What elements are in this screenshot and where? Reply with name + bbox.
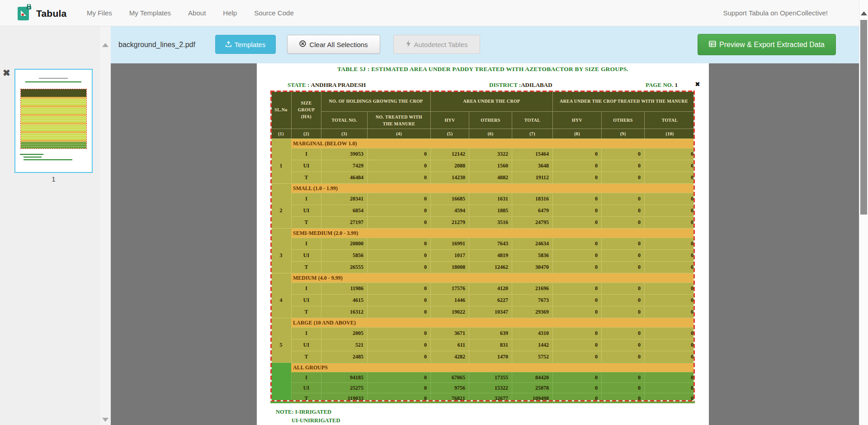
spreadsheet-icon xyxy=(709,41,716,49)
clear-selections-button[interactable]: Clear All Selections xyxy=(287,35,380,54)
page-thumbnail[interactable] xyxy=(14,69,93,173)
nav-help[interactable]: Help xyxy=(223,9,237,17)
pdf-canvas: TABLE 5J : ESTIMATED AREA UNDER PADDY TR… xyxy=(111,63,859,425)
nav-my-files[interactable]: My Files xyxy=(87,9,112,17)
templates-label: Templates xyxy=(235,41,265,48)
pdf-page-no: PAGE NO. 1 xyxy=(646,81,678,89)
pdf-filename: background_lines_2.pdf xyxy=(118,26,195,63)
sidebar-scroll-up-icon[interactable] xyxy=(102,43,108,47)
scrollbar-thumb[interactable] xyxy=(860,20,867,215)
lightning-icon xyxy=(406,40,411,48)
window-scrollbar[interactable] xyxy=(859,0,868,425)
pdf-note-2: UI-UNIRRIGATED xyxy=(292,417,340,424)
scroll-up-icon[interactable] xyxy=(861,11,867,15)
table-selection-box[interactable] xyxy=(270,91,695,401)
export-label: Preview & Export Extracted Data xyxy=(719,41,825,49)
support-link[interactable]: Support Tabula on OpenCollective! xyxy=(723,0,828,26)
nav-links: My Files My Templates About Help Source … xyxy=(87,0,294,26)
sidebar-scrollbar[interactable] xyxy=(100,26,111,425)
templates-icon xyxy=(226,41,231,48)
clear-label: Clear All Selections xyxy=(309,41,368,48)
pdf-district: DISTRICT :ADILABAD xyxy=(489,81,552,89)
tabula-logo-icon xyxy=(17,4,32,23)
templates-button[interactable]: Templates xyxy=(215,35,276,54)
pdf-note-1: NOTE: I-IRRIGATED xyxy=(276,409,331,415)
nav-source-code[interactable]: Source Code xyxy=(254,9,294,17)
pdf-page: TABLE 5J : ESTIMATED AREA UNDER PADDY TR… xyxy=(257,63,709,425)
navbar: Tabula My Files My Templates About Help … xyxy=(0,0,868,26)
tabula-app: Tabula My Files My Templates About Help … xyxy=(0,0,868,425)
sidebar-scroll-down-icon[interactable] xyxy=(102,418,108,422)
thumbnail-page-number: 1 xyxy=(14,175,93,183)
nav-my-templates[interactable]: My Templates xyxy=(129,9,171,17)
sidebar: ✖ 1 xyxy=(0,26,111,425)
pdf-table-title: TABLE 5J : ESTIMATED AREA UNDER PADDY TR… xyxy=(257,66,709,73)
autodetect-label: Autodetect Tables xyxy=(414,41,468,48)
brand-title: Tabula xyxy=(36,8,66,19)
toolbar: background_lines_2.pdf Templates Clear A… xyxy=(111,26,868,63)
brand[interactable]: Tabula xyxy=(17,4,66,23)
autodetect-tables-button: Autodetect Tables xyxy=(393,35,480,54)
export-button[interactable]: Preview & Export Extracted Data xyxy=(698,34,836,55)
clear-icon xyxy=(299,40,306,48)
selection-close-icon[interactable]: ✖ xyxy=(695,81,700,88)
pdf-state: STATE : ANDHRA PRADESH xyxy=(288,81,366,89)
nav-about[interactable]: About xyxy=(188,9,206,17)
remove-page-icon[interactable]: ✖ xyxy=(3,67,10,78)
thumbnail-mini-table xyxy=(20,89,87,149)
